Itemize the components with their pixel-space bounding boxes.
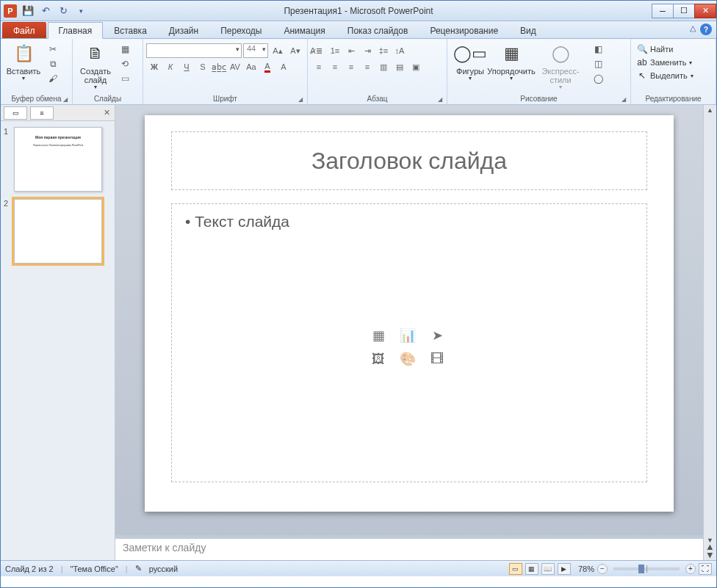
replace-button[interactable]: abЗаменить ▾ xyxy=(634,57,695,68)
notes-pane[interactable]: Заметки к слайду xyxy=(115,538,703,560)
decrease-indent-icon[interactable]: ⇤ xyxy=(343,43,359,58)
tab-slideshow[interactable]: Показ слайдов xyxy=(336,22,419,38)
spellcheck-icon[interactable]: ✎ xyxy=(135,564,142,573)
close-pane-icon[interactable]: ✕ xyxy=(104,108,110,117)
zoom-slider[interactable] xyxy=(613,567,680,570)
reading-view-icon[interactable]: 📖 xyxy=(541,563,555,575)
copy-icon[interactable]: ⧉ xyxy=(45,57,61,71)
line-spacing-icon[interactable]: ‡≡ xyxy=(375,43,392,58)
reset-icon[interactable]: ⟲ xyxy=(117,57,133,71)
shape-effects-icon[interactable]: ◯ xyxy=(590,71,606,86)
insert-chart-icon[interactable]: 📊 xyxy=(397,326,419,345)
outline-tab[interactable]: ≡ xyxy=(30,106,54,120)
slide-canvas[interactable]: Заголовок слайда Текст слайда ▦ 📊 ➤ 🖼 🎨 … xyxy=(145,115,674,512)
columns-icon[interactable]: ▥ xyxy=(375,59,392,74)
italic-icon[interactable]: К xyxy=(162,59,179,74)
shrink-font-icon[interactable]: A▾ xyxy=(287,43,303,58)
thumbnail-item[interactable]: 1 Моя первая презентация Первые шаги в О… xyxy=(4,127,112,192)
align-center-icon[interactable]: ≡ xyxy=(327,59,343,74)
sorter-view-icon[interactable]: ▦ xyxy=(525,563,538,575)
thumbnail-item[interactable]: 2 xyxy=(4,199,112,264)
tab-design[interactable]: Дизайн xyxy=(158,22,209,38)
layout-icon[interactable]: ▦ xyxy=(117,42,133,57)
insert-smartart-icon[interactable]: ➤ xyxy=(426,326,448,345)
status-language[interactable]: русский xyxy=(149,565,178,573)
redo-icon[interactable]: ↻ xyxy=(55,4,71,18)
insert-media-icon[interactable]: 🎞 xyxy=(426,349,448,369)
change-case-icon[interactable]: Aa xyxy=(243,59,259,74)
paragraph-dialog-launcher[interactable]: ◢ xyxy=(438,96,442,103)
qat-customize-icon[interactable]: ▾ xyxy=(73,4,89,18)
next-slide-icon[interactable]: ⯆ xyxy=(707,551,713,559)
cut-icon[interactable]: ✂ xyxy=(45,42,61,57)
slide-canvas-zone[interactable]: Заголовок слайда Текст слайда ▦ 📊 ➤ 🖼 🎨 … xyxy=(115,105,703,535)
justify-icon[interactable]: ≡ xyxy=(359,59,375,74)
scroll-up-icon[interactable]: ▲ xyxy=(707,106,713,114)
close-button[interactable]: ✕ xyxy=(694,4,716,18)
title-placeholder[interactable]: Заголовок слайда xyxy=(171,131,647,190)
scroll-down-icon[interactable]: ▼ xyxy=(707,537,713,544)
vertical-scrollbar[interactable]: ▲ ▼ ⯅ ⯆ xyxy=(703,105,716,560)
tab-insert[interactable]: Вставка xyxy=(103,22,158,38)
font-size-combo[interactable]: 44 xyxy=(243,43,268,58)
help-icon[interactable]: ? xyxy=(700,23,712,35)
strikethrough-icon[interactable]: S xyxy=(195,59,211,74)
slide-thumbnail-2[interactable] xyxy=(14,199,102,264)
format-painter-icon[interactable]: 🖌 xyxy=(45,71,61,86)
tab-home[interactable]: Главная xyxy=(48,22,104,39)
arrange-button[interactable]: ▦Упорядочить▾ xyxy=(491,40,531,82)
slideshow-view-icon[interactable]: ▶ xyxy=(558,563,571,575)
find-button[interactable]: 🔍Найти xyxy=(634,43,676,55)
increase-indent-icon[interactable]: ⇥ xyxy=(359,43,375,58)
bullets-icon[interactable]: ≣ xyxy=(311,43,327,58)
thumbnail-list[interactable]: 1 Моя первая презентация Первые шаги в О… xyxy=(1,121,115,277)
align-text-icon[interactable]: ▤ xyxy=(392,59,408,74)
save-icon[interactable]: 💾 xyxy=(20,4,36,18)
slides-tab[interactable]: ▭ xyxy=(4,106,27,120)
clipboard-dialog-launcher[interactable]: ◢ xyxy=(63,96,68,103)
insert-clipart-icon[interactable]: 🎨 xyxy=(397,349,419,369)
paste-button[interactable]: 📋 Вставить ▾ xyxy=(4,40,43,82)
char-spacing-icon[interactable]: AV xyxy=(227,59,243,74)
tab-review[interactable]: Рецензирование xyxy=(419,22,509,38)
text-direction-icon[interactable]: ↕A xyxy=(392,43,408,58)
prev-slide-icon[interactable]: ⯅ xyxy=(707,544,713,551)
tab-transitions[interactable]: Переходы xyxy=(209,22,273,38)
highlight-icon[interactable]: A xyxy=(275,59,292,74)
select-button[interactable]: ↖Выделить ▾ xyxy=(634,70,696,81)
underline-icon[interactable]: Ч xyxy=(179,59,195,74)
content-placeholder[interactable]: Текст слайда ▦ 📊 ➤ 🖼 🎨 🎞 xyxy=(171,203,647,482)
zoom-value[interactable]: 78% xyxy=(578,565,594,573)
align-left-icon[interactable]: ≡ xyxy=(311,59,327,74)
drawing-dialog-launcher[interactable]: ◢ xyxy=(621,96,626,103)
zoom-thumb[interactable] xyxy=(638,565,644,573)
undo-icon[interactable]: ↶ xyxy=(37,4,54,18)
tab-file[interactable]: Файл xyxy=(2,22,46,38)
quick-styles-button[interactable]: ◯Экспресс-стили▾ xyxy=(533,40,588,91)
zoom-out-icon[interactable]: − xyxy=(597,564,608,574)
insert-table-icon[interactable]: ▦ xyxy=(367,326,389,345)
font-name-combo[interactable] xyxy=(146,43,242,58)
font-dialog-launcher[interactable]: ◢ xyxy=(298,96,303,103)
new-slide-button[interactable]: 🗎 Создать слайд ▾ xyxy=(76,40,115,91)
align-right-icon[interactable]: ≡ xyxy=(343,59,359,74)
tab-view[interactable]: Вид xyxy=(509,22,547,38)
minimize-button[interactable]: ─ xyxy=(652,4,674,18)
shape-outline-icon[interactable]: ◫ xyxy=(590,57,606,71)
minimize-ribbon-icon[interactable]: △ xyxy=(690,23,696,35)
maximize-button[interactable]: ☐ xyxy=(673,4,695,18)
bold-icon[interactable]: Ж xyxy=(146,59,162,74)
section-icon[interactable]: ▭ xyxy=(117,71,133,86)
fit-to-window-icon[interactable]: ⛶ xyxy=(699,563,712,575)
tab-animations[interactable]: Анимация xyxy=(273,22,336,38)
smartart-icon[interactable]: ▣ xyxy=(408,59,424,74)
text-shadow-icon[interactable]: a̲b̲c̲ xyxy=(211,59,227,74)
normal-view-icon[interactable]: ▭ xyxy=(509,563,522,575)
zoom-in-icon[interactable]: + xyxy=(685,564,696,574)
shapes-button[interactable]: ◯▭Фигуры▾ xyxy=(450,40,490,82)
font-color-icon[interactable]: A xyxy=(259,59,275,74)
shape-fill-icon[interactable]: ◧ xyxy=(590,42,606,57)
grow-font-icon[interactable]: A▴ xyxy=(270,43,286,58)
numbering-icon[interactable]: 1≡ xyxy=(327,43,343,58)
slide-thumbnail-1[interactable]: Моя первая презентация Первые шаги в Осв… xyxy=(14,127,102,192)
